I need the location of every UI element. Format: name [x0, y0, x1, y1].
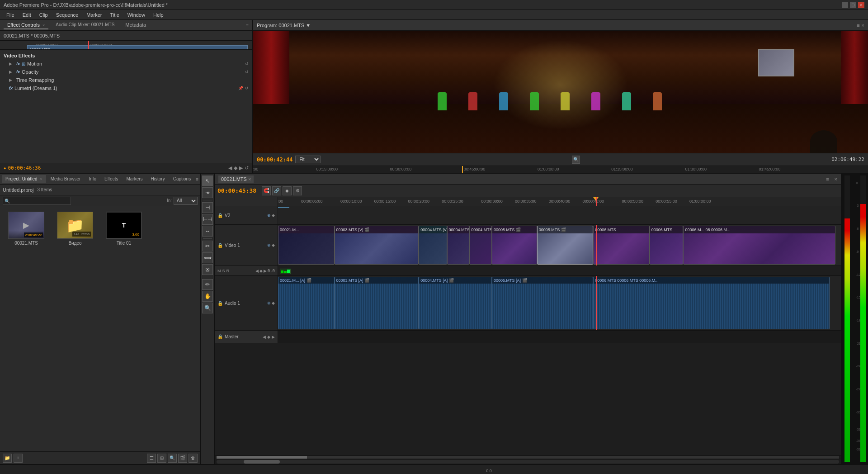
ripple-edit-tool-button[interactable]: ⊣ — [202, 202, 213, 213]
rate-stretch-tool-button[interactable]: ↔ — [202, 226, 213, 237]
tl-ruler[interactable]: 00:00 00:00:05:00 00:00:10:00 00:00:15:0… — [278, 197, 841, 206]
pen-tool-button[interactable]: ✏ — [202, 279, 213, 290]
tab-effect-controls[interactable]: Effect Controls × — [4, 21, 48, 29]
selection-tool-button[interactable]: ↖ — [202, 175, 213, 186]
in-select[interactable]: All Name — [174, 197, 198, 205]
menu-title[interactable]: Title — [106, 11, 123, 19]
menu-marker[interactable]: Marker — [83, 11, 105, 19]
minimize-button[interactable]: _ — [842, 2, 848, 8]
slip-tool-button[interactable]: ⟺ — [202, 252, 213, 263]
v1-clip-00005b[interactable]: 00005.MTS 🎬 — [537, 226, 594, 265]
tab-media-browser[interactable]: Media Browser — [47, 175, 85, 183]
tab-info[interactable]: Info — [85, 175, 100, 183]
v1-clip-00004c[interactable]: 00004.MTS — [469, 226, 492, 265]
ec-playhead[interactable] — [88, 41, 89, 49]
slide-tool-button[interactable]: ⊠ — [202, 264, 213, 275]
tl-add-marker[interactable]: ◆ — [283, 186, 292, 195]
ec-loop-icon[interactable]: ↺ — [245, 165, 249, 171]
timeline-zoom-scrollbar[interactable] — [215, 455, 841, 459]
tl-link-button[interactable]: 🔗 — [272, 186, 281, 195]
a1-vol-diamond[interactable]: ◆ — [259, 269, 263, 273]
zoom-tool-button[interactable]: 🔍 — [202, 303, 213, 313]
tl-timecode[interactable]: 00:00:45:38 — [217, 187, 256, 194]
motion-reset-icon[interactable]: ↺ — [245, 62, 249, 66]
list-view-button[interactable]: ☰ — [147, 454, 156, 463]
proj-item-title01[interactable]: T 3:00 Title 01 — [101, 210, 146, 247]
master-prev-icon[interactable]: ◀ — [263, 335, 266, 339]
lumetri-reset-icon[interactable]: ↺ — [245, 86, 249, 90]
a1-clip-00004[interactable]: 00004.MTS [A] 🎬 — [419, 277, 492, 329]
pm-title[interactable]: Program: 00021.MTS ▼ — [257, 23, 311, 28]
effect-row-motion[interactable]: ▶ fx ⊞ Motion ↺ — [0, 60, 252, 68]
track-select-tool-button[interactable]: ↠ — [202, 187, 213, 198]
timeline-panel-collapse[interactable]: ≡ — [826, 176, 829, 182]
a1-mute-icon[interactable]: M — [217, 269, 221, 273]
v1-clip-00004a[interactable]: 00004.MTS [V] — [419, 226, 447, 265]
pm-fit-select[interactable]: Fit 25% 50% 100% — [295, 156, 321, 163]
a1-lock-icon[interactable]: 🔒 — [217, 301, 223, 306]
a1-vol-prev[interactable]: ◀ — [255, 269, 259, 273]
a1-clip-00021[interactable]: 00021.M... [A] 🎬 — [278, 277, 335, 329]
a1-record-icon[interactable]: R — [226, 269, 230, 273]
panel-collapse-icon[interactable]: ≡ — [246, 23, 249, 28]
opacity-reset-icon[interactable]: ↺ — [245, 70, 249, 74]
a1-clip-00005[interactable]: 00005.MTS [A] 🎬 — [492, 277, 593, 329]
project-search-input[interactable] — [3, 197, 71, 205]
a1-clip-00003[interactable]: 00003.MTS [A] 🎬 — [335, 277, 419, 329]
pm-timecode[interactable]: 00:00:42:44 — [257, 156, 292, 163]
v1-lock-icon[interactable]: 🔒 — [217, 243, 223, 248]
find-button[interactable]: 🔍 — [168, 454, 177, 463]
tl-settings[interactable]: ⚙ — [293, 186, 302, 195]
v1-clip-00006a[interactable]: 00006.MTS — [593, 226, 650, 265]
a1-clip-00006[interactable]: 00006.MTS 00006.MTS 00006.M... — [593, 277, 830, 329]
v2-lock-icon[interactable]: 🔒 — [217, 213, 223, 218]
v1-clip-00021[interactable]: 00021.M... — [278, 226, 335, 265]
a1-vol-next[interactable]: ▶ — [264, 269, 267, 273]
ec-diamond-icon[interactable]: ◆ — [234, 165, 237, 171]
v1-clip-00003[interactable]: 00003.MTS [V] 🎬 — [335, 226, 419, 265]
new-item-button[interactable]: + — [14, 454, 23, 463]
v1-clip-00006c[interactable]: 00006.M... 08 00006.M... — [683, 226, 835, 265]
menu-window[interactable]: Window — [124, 11, 149, 19]
new-bin-button[interactable]: 📁 — [3, 454, 12, 463]
tab-audio-clip-mixer[interactable]: Audio Clip Mixer: 00021.MTS — [52, 21, 118, 29]
timeline-panel-close[interactable]: × — [835, 176, 837, 182]
delete-button[interactable]: 🗑 — [189, 454, 198, 463]
icon-view-button[interactable]: ⊞ — [157, 454, 166, 463]
timeline-scrollbar[interactable] — [215, 459, 841, 464]
close-effect-controls-tab[interactable]: × — [42, 23, 45, 28]
effect-row-opacity[interactable]: ▶ fx Opacity ↺ — [0, 68, 252, 76]
maximize-button[interactable]: □ — [850, 2, 856, 8]
tl-snap-button[interactable]: 🧲 — [262, 186, 271, 195]
timeline-sequence-tab[interactable]: 00021.MTS × — [218, 175, 254, 183]
tab-project[interactable]: Project: Untitled × — [2, 175, 46, 183]
close-button[interactable]: × — [858, 2, 864, 8]
tab-markers[interactable]: Markers — [123, 175, 146, 183]
close-project-tab[interactable]: × — [40, 177, 42, 181]
v1-clip-00005a[interactable]: 00005.MTS 🎬 — [492, 226, 537, 265]
master-lock-icon[interactable]: 🔒 — [217, 334, 223, 339]
tl-zoom-thumb[interactable] — [217, 456, 307, 459]
project-panel-collapse[interactable]: ≡ — [196, 176, 198, 182]
proj-item-video-folder[interactable]: 📁 141 Items Видео — [52, 210, 98, 247]
menu-help[interactable]: Help — [150, 11, 167, 19]
proj-item-00021[interactable]: ▶ 2:06:49:22 00021.MTS — [4, 210, 49, 247]
v1-clip-00006b[interactable]: 00006.MTS — [650, 226, 684, 265]
new-sequence-button[interactable]: 🎬 — [178, 454, 187, 463]
rolling-edit-tool-button[interactable]: ⊢⊣ — [202, 214, 213, 225]
razor-tool-button[interactable]: ✂ — [202, 241, 213, 251]
pm-zoom-btn[interactable]: 🔍 — [572, 156, 580, 164]
tab-history[interactable]: History — [147, 175, 169, 183]
scrollbar-thumb[interactable] — [244, 460, 280, 464]
tab-metadata[interactable]: Metadata — [122, 21, 150, 29]
master-diamond-icon[interactable]: ◆ — [267, 335, 270, 339]
ec-timecode[interactable]: 00:00:46:36 — [8, 165, 41, 171]
hand-tool-button[interactable]: ✋ — [202, 291, 213, 302]
menu-clip[interactable]: Clip — [36, 11, 52, 19]
a1-solo-icon[interactable]: S — [222, 269, 225, 273]
ec-prev-icon[interactable]: ◀ — [228, 165, 232, 171]
v1-clip-00004b[interactable]: 00004.MTS — [447, 226, 470, 265]
effect-row-time-remapping[interactable]: ▶ Time Remapping — [0, 76, 252, 84]
v2-clip-1[interactable] — [278, 207, 289, 208]
tab-captions[interactable]: Captions — [170, 175, 194, 183]
